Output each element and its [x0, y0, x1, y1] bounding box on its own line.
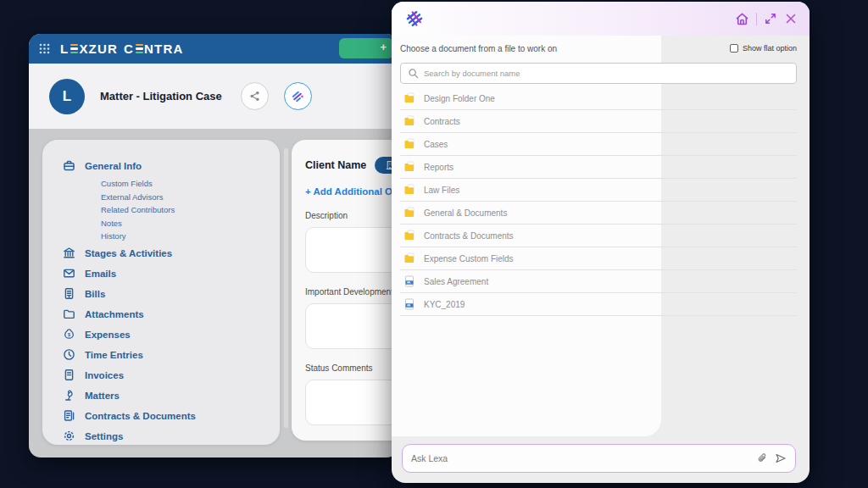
status-comments-textarea[interactable] — [305, 380, 398, 425]
send-icon[interactable] — [775, 452, 787, 464]
ask-lexa-bar — [402, 444, 796, 473]
sidebar-item-stages-activities[interactable]: Stages & Activities — [63, 246, 264, 260]
list-item-folder[interactable]: Cases — [400, 133, 797, 156]
folder-icon — [63, 308, 75, 320]
yellow-folder-icon — [403, 252, 415, 264]
sidebar-subitem-notes[interactable]: Notes — [101, 219, 264, 228]
search-icon — [408, 68, 419, 79]
sidebar-item-expenses[interactable]: $ Expenses — [63, 327, 264, 341]
ask-lexa-input[interactable] — [411, 453, 749, 463]
show-flat-label: Show flat option — [743, 44, 797, 53]
list-item-label: Contracts — [424, 117, 460, 126]
sidebar-item-label: Time Entries — [85, 350, 143, 360]
desk-lamp-icon — [63, 389, 75, 402]
important-development-textarea[interactable] — [305, 303, 398, 349]
lexa-panel-header — [392, 2, 810, 36]
list-item-folder[interactable]: Law Files — [400, 179, 797, 202]
list-item-folder[interactable]: Reports — [400, 156, 797, 179]
list-item-folder[interactable]: Design Folder One — [400, 87, 797, 110]
sidebar-item-attachments[interactable]: Attachments — [63, 307, 264, 321]
lexa-ai-button[interactable] — [284, 82, 312, 110]
word-document-icon — [403, 275, 415, 287]
list-item-label: Contracts & Documents — [424, 231, 514, 241]
list-item-label: Cases — [424, 140, 448, 149]
word-document-icon — [403, 298, 415, 310]
list-item-document[interactable]: KYC_2019 — [400, 293, 797, 316]
document-search-input[interactable] — [424, 69, 789, 78]
show-flat-option[interactable]: Show flat option — [730, 44, 797, 53]
yellow-folder-icon — [403, 161, 415, 173]
list-item-label: Sales Agreement — [424, 277, 488, 286]
sidebar-subitem-history[interactable]: History — [101, 231, 264, 241]
main-app-window: LXZUR CNTRA + L Matter - Litigation Case — [29, 34, 398, 458]
new-button[interactable]: + — [339, 38, 393, 58]
invoice-icon — [63, 369, 75, 381]
contract-document-icon — [63, 409, 75, 422]
list-item-label: General & Documents — [424, 208, 507, 218]
sidebar-item-emails[interactable]: Emails — [63, 266, 264, 280]
sidebar-item-matters[interactable]: Matters — [63, 388, 264, 402]
envelope-icon — [63, 267, 75, 280]
list-item-document[interactable]: Sales Agreement — [400, 270, 797, 293]
stylized-e-icon — [70, 44, 78, 53]
list-item-folder[interactable]: Contracts & Documents — [400, 225, 797, 247]
bank-icon — [63, 247, 75, 259]
list-item-folder[interactable]: Expense Custom Fields — [400, 247, 797, 270]
sidebar-subitem-custom-fields[interactable]: Custom Fields — [101, 179, 264, 188]
sidebar-sub-menu: Custom Fields External Advisors Related … — [101, 179, 264, 241]
status-comments-label: Status Comments — [305, 363, 398, 373]
bill-document-icon — [63, 287, 75, 300]
sidebar-item-time-entries[interactable]: Time Entries — [63, 347, 264, 362]
sidebar-subitem-external-advisors[interactable]: External Advisors — [101, 192, 264, 202]
sidebar-item-label: Stages & Activities — [85, 248, 172, 258]
yellow-folder-icon — [403, 138, 415, 150]
brand-text: XZUR — [79, 42, 118, 56]
yellow-folder-icon — [403, 207, 415, 219]
list-item-label: KYC_2019 — [424, 300, 465, 309]
sidebar-item-label: Invoices — [85, 370, 124, 380]
lexa-document-panel: Choose a document from a file to work on… — [392, 2, 810, 483]
svg-text:$: $ — [68, 332, 70, 337]
briefcase-icon — [63, 159, 75, 172]
sidebar-item-label: Matters — [85, 391, 120, 401]
list-item-label: Reports — [424, 163, 453, 172]
document-list: Design Folder One Contracts Cases Report… — [400, 87, 797, 316]
header-divider — [756, 13, 757, 25]
home-icon[interactable] — [735, 12, 749, 26]
matter-bar: L Matter - Litigation Case — [29, 64, 398, 129]
sidebar-subitem-related-contributors[interactable]: Related Contributors — [101, 205, 264, 214]
sidebar-item-bills[interactable]: Bills — [63, 286, 264, 301]
sidebar: General Info Custom Fields External Advi… — [42, 140, 280, 445]
paperclip-icon[interactable] — [756, 452, 768, 464]
sidebar-item-settings[interactable]: Settings — [63, 429, 264, 443]
choose-document-title: Choose a document from a file to work on — [400, 44, 557, 53]
page-title: Matter - Litigation Case — [100, 90, 222, 103]
share-icon — [248, 90, 261, 103]
document-search-box — [400, 63, 797, 84]
sidebar-item-label: Bills — [85, 289, 105, 299]
gear-icon — [63, 430, 75, 442]
brand-text: L — [60, 42, 69, 56]
yellow-folder-icon — [403, 184, 415, 196]
app-launcher-grid-icon[interactable] — [39, 43, 50, 54]
share-button[interactable] — [241, 82, 269, 110]
sidebar-item-label: General Info — [85, 161, 142, 171]
close-icon[interactable] — [784, 12, 798, 25]
list-item-folder[interactable]: General & Documents — [400, 202, 797, 225]
yellow-folder-icon — [403, 92, 415, 104]
sidebar-item-label: Emails — [85, 269, 116, 279]
scrollbar[interactable] — [284, 148, 288, 428]
add-additional-opportunity-link[interactable]: + Add Additional Oppor — [305, 186, 398, 197]
description-textarea[interactable] — [305, 227, 398, 273]
sidebar-item-contracts-documents[interactable]: Contracts & Documents — [63, 408, 264, 423]
sidebar-item-invoices[interactable]: Invoices — [63, 368, 264, 382]
show-flat-checkbox[interactable] — [730, 44, 738, 53]
sidebar-item-label: Settings — [85, 431, 123, 441]
list-item-folder[interactable]: Contracts — [400, 110, 797, 133]
expand-icon[interactable] — [764, 12, 777, 25]
yellow-folder-icon — [403, 230, 415, 241]
lexa-ai-icon — [291, 90, 304, 103]
brand-text: NTRA — [144, 42, 183, 56]
sidebar-item-general-info[interactable]: General Info — [63, 158, 264, 173]
app-header: LXZUR CNTRA + — [29, 34, 398, 64]
